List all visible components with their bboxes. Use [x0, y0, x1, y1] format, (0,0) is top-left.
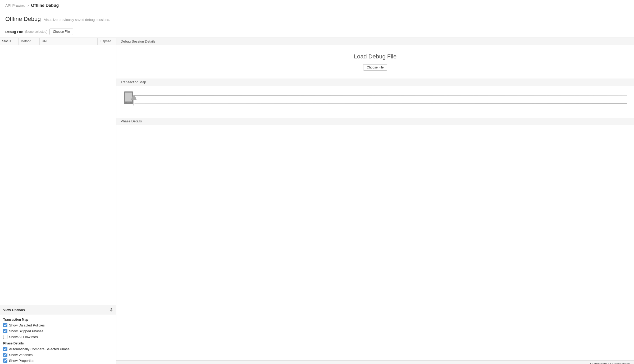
debug-session-details: Debug Session Details Load Debug File Ch…: [116, 38, 634, 79]
checkbox-show-properties: Show Properties: [3, 358, 113, 363]
breadcrumb-link[interactable]: API Proxies: [5, 3, 25, 8]
debug-session-header: Debug Session Details: [116, 38, 634, 45]
phase-details-header: Phase Details: [116, 118, 634, 125]
checkbox-show-variables: Show Variables: [3, 353, 113, 357]
right-panel: Debug Session Details Load Debug File Ch…: [116, 38, 634, 364]
bottom-bar-text: Output from all Transactions: [590, 362, 630, 364]
view-options-content: Transaction Map Show Disabled Policies S…: [0, 315, 116, 364]
left-panel: Status Method URI Elapsed View Options ⇕…: [0, 38, 116, 364]
checkbox-auto-compare: Automatically Compare Selected Phase: [3, 347, 113, 351]
breadcrumb-separator: >: [27, 3, 29, 8]
col-method: Method: [19, 38, 40, 45]
debug-file-label: Debug File: [5, 30, 23, 34]
table-header: Status Method URI Elapsed: [0, 38, 116, 45]
col-elapsed: Elapsed: [98, 38, 116, 45]
arrow-up-icon: [131, 95, 136, 106]
checkbox-show-disabled-policies: Show Disabled Policies: [3, 323, 113, 327]
choose-file-button-main[interactable]: Choose File: [363, 64, 387, 71]
table-body: [0, 45, 116, 124]
checkbox-show-skipped-phases: Show Skipped Phases: [3, 329, 113, 333]
bottom-bar: Output from all Transactions: [116, 360, 634, 364]
view-options-section: View Options ⇕ Transaction Map Show Disa…: [0, 305, 116, 364]
show-properties-label[interactable]: Show Properties: [9, 359, 34, 363]
phase-details-section: Phase Details: [116, 118, 634, 360]
load-debug-title: Load Debug File: [354, 53, 396, 60]
page-subtitle: Visualize previously saved debug session…: [44, 18, 110, 22]
show-all-flowinfos-checkbox[interactable]: [3, 335, 7, 339]
main-layout: Status Method URI Elapsed View Options ⇕…: [0, 38, 634, 364]
flow-line-request: [134, 95, 627, 96]
debug-file-none: (None selected): [25, 30, 47, 34]
show-skipped-phases-label[interactable]: Show Skipped Phases: [9, 329, 43, 333]
view-options-header[interactable]: View Options ⇕: [0, 305, 116, 315]
page-title: Offline Debug: [5, 16, 41, 22]
show-properties-checkbox[interactable]: [3, 358, 7, 363]
auto-compare-label[interactable]: Automatically Compare Selected Phase: [9, 347, 70, 351]
breadcrumb: API Proxies > Offline Debug: [0, 0, 634, 11]
choose-file-button-top[interactable]: Choose File: [49, 29, 73, 35]
phase-details-content: [116, 125, 634, 360]
svg-rect-2: [127, 103, 130, 103]
page-header: Offline Debug Visualize previously saved…: [0, 11, 634, 26]
transaction-map-section: Transaction Map: [116, 79, 634, 118]
show-disabled-policies-checkbox[interactable]: [3, 323, 7, 327]
show-all-flowinfos-label[interactable]: Show All FlowInfos: [9, 335, 38, 339]
phase-details-group-title: Phase Details: [3, 342, 113, 345]
txn-map-group-title: Transaction Map: [3, 318, 113, 321]
show-variables-checkbox[interactable]: [3, 353, 7, 357]
col-uri: URI: [40, 38, 98, 45]
auto-compare-checkbox[interactable]: [3, 347, 7, 351]
checkbox-show-all-flowinfos: Show All FlowInfos: [3, 335, 113, 339]
load-debug-area: Load Debug File Choose File: [116, 45, 634, 79]
view-options-title: View Options: [3, 308, 25, 312]
show-variables-label[interactable]: Show Variables: [9, 353, 33, 357]
transaction-map-header: Transaction Map: [116, 79, 634, 86]
show-skipped-phases-checkbox[interactable]: [3, 329, 7, 333]
debug-file-bar: Debug File (None selected) Choose File: [0, 26, 634, 38]
flow-diagram: [121, 90, 630, 111]
transaction-table[interactable]: Status Method URI Elapsed: [0, 38, 116, 305]
col-status: Status: [0, 38, 19, 45]
svg-rect-3: [127, 92, 130, 92]
collapse-icon[interactable]: ⇕: [110, 307, 113, 312]
breadcrumb-current: Offline Debug: [31, 3, 59, 8]
flow-line-response: [134, 103, 627, 104]
transaction-map-content: [116, 86, 634, 118]
show-disabled-policies-label[interactable]: Show Disabled Policies: [9, 323, 45, 327]
